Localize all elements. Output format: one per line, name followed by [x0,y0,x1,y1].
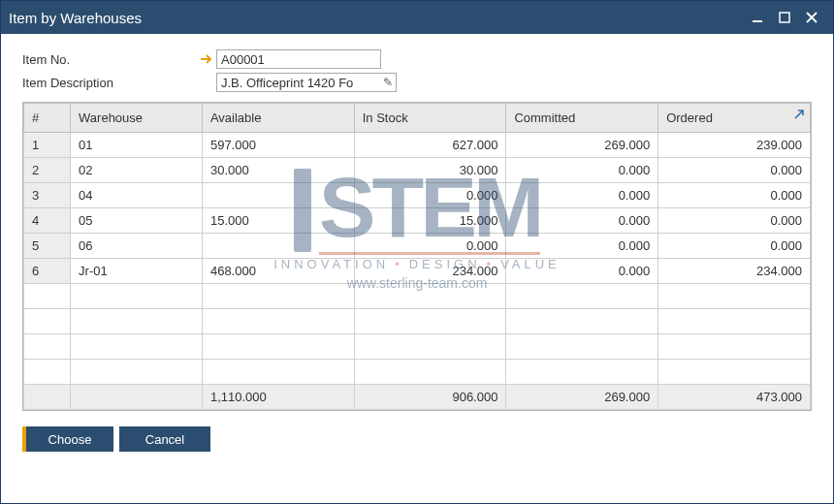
item-no-label: Item No. [22,52,197,67]
item-desc-row: Item Description ✎ [22,71,812,94]
item-no-row: Item No. [22,47,812,71]
col-avail[interactable]: Available [202,104,354,133]
cell-wh: 04 [71,183,203,208]
total-order: 473.000 [658,385,811,410]
cell-commit: 0.000 [506,158,658,183]
cell-wh: 06 [71,234,203,259]
table-row[interactable]: 101597.000627.000269.000239.000 [24,133,811,158]
table-row-empty [24,284,811,309]
titlebar: Item by Warehouses [1,1,833,34]
cell-order: 234.000 [658,259,811,284]
cell-commit: 0.000 [506,183,658,208]
cell-avail [202,183,354,208]
table-row-empty [24,309,811,334]
cell-wh: 01 [71,133,203,158]
cell-stock: 627.000 [354,133,506,158]
cell-stock: 15.000 [354,208,506,234]
table-row-empty [24,360,811,385]
cell-order: 0.000 [658,183,811,208]
button-row: Choose Cancel [22,426,812,452]
total-stock: 906.000 [354,385,506,410]
table-row[interactable]: 20230.00030.0000.0000.000 [24,158,811,183]
cell-stock: 0.000 [354,183,506,208]
col-order[interactable]: Ordered [658,104,811,133]
cell-commit: 269.000 [506,133,658,158]
link-arrow-icon[interactable] [197,53,216,65]
cell-idx: 4 [24,208,71,234]
cell-wh: 02 [71,158,203,183]
cell-idx: 1 [24,133,71,158]
cell-idx: 6 [24,259,71,284]
grid-header-row: # Warehouse Available In Stock Committed… [24,104,811,133]
cell-commit: 0.000 [506,234,658,259]
pencil-icon[interactable]: ✎ [383,76,393,89]
choose-button[interactable]: Choose [22,426,113,452]
cell-wh: Jr-01 [71,259,203,284]
maximize-button[interactable] [771,6,798,29]
svg-rect-1 [780,13,789,22]
expand-icon[interactable] [791,107,807,122]
cell-commit: 0.000 [506,259,658,284]
cell-avail: 15.000 [202,208,354,234]
grid-table: # Warehouse Available In Stock Committed… [23,103,811,410]
svg-rect-0 [753,20,762,22]
cell-wh: 05 [71,208,203,234]
cell-avail: 597.000 [202,133,354,158]
table-row[interactable]: 3040.0000.0000.000 [24,183,811,208]
grid-totals-row: 1,110.000 906.000 269.000 473.000 [24,385,811,410]
total-commit: 269.000 [506,385,658,410]
col-stock[interactable]: In Stock [354,104,506,133]
window: Item by Warehouses Item No. Item Descrip… [0,0,834,504]
cell-commit: 0.000 [506,208,658,234]
cell-avail: 468.000 [202,259,354,284]
cell-order: 0.000 [658,158,811,183]
minimize-button[interactable] [744,6,771,29]
cell-avail: 30.000 [202,158,354,183]
cell-idx: 2 [24,158,71,183]
close-button[interactable] [798,6,825,29]
col-wh[interactable]: Warehouse [71,104,203,133]
cell-order: 0.000 [658,234,811,259]
content: Item No. Item Description ✎ [1,34,833,503]
item-desc-input[interactable] [216,73,397,92]
cell-idx: 5 [24,234,71,259]
window-title: Item by Warehouses [9,10,744,26]
table-row[interactable]: 40515.00015.0000.0000.000 [24,208,811,234]
cell-avail [202,234,354,259]
cell-stock: 30.000 [354,158,506,183]
total-avail: 1,110.000 [202,385,354,410]
item-no-input[interactable] [216,49,381,69]
item-desc-label: Item Description [22,76,197,90]
col-commit[interactable]: Committed [506,104,658,133]
cell-stock: 234.000 [354,259,506,284]
table-row[interactable]: 5060.0000.0000.000 [24,234,811,259]
grid: # Warehouse Available In Stock Committed… [22,102,812,411]
table-row[interactable]: 6Jr-01468.000234.0000.000234.000 [24,259,811,284]
table-row-empty [24,334,811,360]
cancel-button[interactable]: Cancel [119,426,210,452]
col-idx[interactable]: # [24,104,71,133]
cell-idx: 3 [24,183,71,208]
cell-order: 0.000 [658,208,811,234]
cell-order: 239.000 [658,133,811,158]
cell-stock: 0.000 [354,234,506,259]
